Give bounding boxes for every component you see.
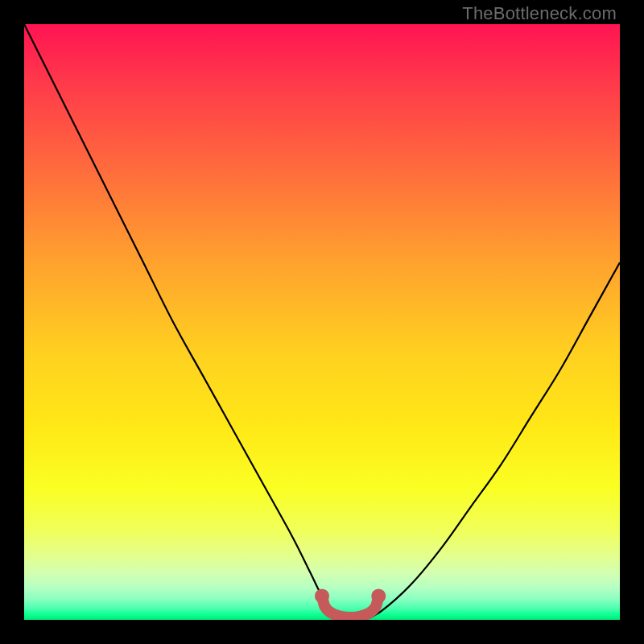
optimal-marker-dot-left <box>315 588 329 603</box>
optimal-marker-dot-right <box>371 588 386 603</box>
chart-frame: TheBottleneck.com <box>0 0 644 644</box>
bottleneck-curve <box>24 24 620 620</box>
optimal-marker <box>322 596 378 617</box>
curve-layer <box>24 24 620 620</box>
plot-area <box>24 24 620 620</box>
watermark-text: TheBottleneck.com <box>462 3 617 24</box>
